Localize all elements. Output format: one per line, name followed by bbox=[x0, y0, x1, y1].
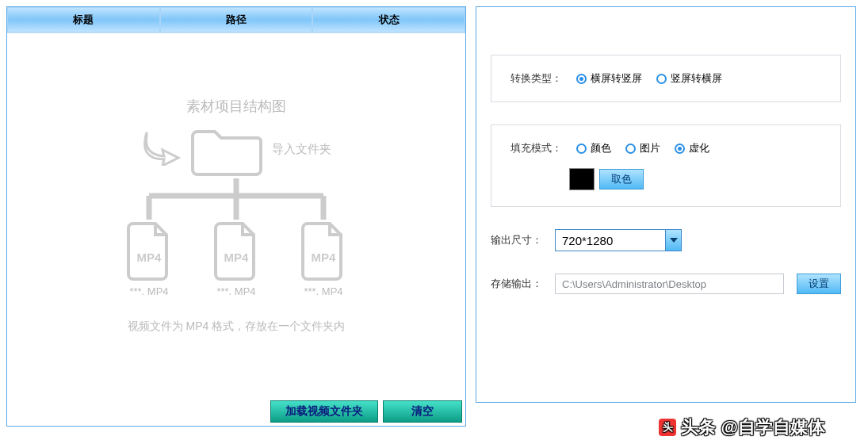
mp4-caption: ***. MP4 bbox=[216, 285, 255, 297]
output-size-row: 输出尺寸： 720*1280 bbox=[491, 229, 841, 251]
output-path-input[interactable] bbox=[555, 274, 784, 294]
mp4-item: MP4 ***. MP4 bbox=[300, 222, 347, 297]
svg-text:MP4: MP4 bbox=[137, 251, 163, 264]
radio-image[interactable]: 图片 bbox=[625, 141, 660, 155]
radio-v2h[interactable]: 竖屏转横屏 bbox=[656, 71, 722, 86]
output-path-row: 存储输出： 设置 bbox=[491, 274, 841, 294]
radio-label: 图片 bbox=[640, 141, 660, 155]
pick-color-button[interactable]: 取色 bbox=[599, 169, 644, 189]
convert-type-label: 转换类型： bbox=[510, 71, 562, 86]
radio-icon bbox=[576, 74, 587, 84]
output-size-label: 输出尺寸： bbox=[491, 233, 542, 247]
folder-icon bbox=[191, 121, 262, 178]
radio-label: 颜色 bbox=[591, 141, 611, 155]
mp4-row: MP4 ***. MP4 MP4 ***. MP4 MP4 ***. MP4 bbox=[125, 222, 347, 297]
watermark: 头 头条 @自学自媒体 bbox=[659, 415, 825, 439]
radio-blur[interactable]: 虚化 bbox=[675, 141, 709, 155]
radio-icon bbox=[675, 144, 685, 154]
radio-label: 竖屏转横屏 bbox=[671, 71, 722, 86]
col-title[interactable]: 标题 bbox=[7, 7, 160, 33]
table-header: 标题 路径 状态 bbox=[7, 7, 465, 33]
radio-icon bbox=[625, 144, 636, 154]
radio-label: 虚化 bbox=[689, 141, 709, 155]
radio-color[interactable]: 颜色 bbox=[576, 141, 611, 155]
svg-text:MP4: MP4 bbox=[224, 251, 250, 264]
mp4-item: MP4 ***. MP4 bbox=[212, 222, 260, 297]
mp4-file-icon: MP4 bbox=[212, 222, 260, 281]
fill-mode-label: 填充模式： bbox=[510, 141, 562, 155]
setting-button[interactable]: 设置 bbox=[797, 274, 841, 294]
tree-connector-icon bbox=[125, 178, 347, 225]
radio-icon bbox=[656, 74, 667, 84]
fill-mode-group: 填充模式： 颜色 图片 虚化 取色 bbox=[491, 124, 841, 207]
structure-diagram: 素材项目结构图 导入文件夹 MP4 ***. MP4 MP4 ***. MP4 … bbox=[7, 33, 465, 397]
output-size-value: 720*1280 bbox=[556, 234, 665, 247]
radio-label: 横屏转竖屏 bbox=[591, 71, 642, 86]
load-folder-button[interactable]: 加载视频文件夹 bbox=[270, 400, 378, 423]
svg-text:MP4: MP4 bbox=[312, 251, 337, 264]
chevron-down-icon[interactable] bbox=[665, 230, 681, 251]
bottom-bar: 加载视频文件夹 清空 bbox=[7, 397, 465, 426]
output-size-select[interactable]: 720*1280 bbox=[555, 229, 682, 251]
convert-type-group: 转换类型： 横屏转竖屏 竖屏转横屏 bbox=[491, 55, 841, 102]
col-path[interactable]: 路径 bbox=[160, 7, 313, 33]
color-swatch[interactable] bbox=[569, 168, 595, 190]
source-panel: 标题 路径 状态 素材项目结构图 导入文件夹 MP4 ***. MP4 MP4 … bbox=[6, 6, 466, 427]
watermark-text: 头条 @自学自媒体 bbox=[681, 415, 825, 439]
output-path-label: 存储输出： bbox=[491, 277, 542, 291]
mp4-item: MP4 ***. MP4 bbox=[125, 222, 173, 297]
diagram-heading: 素材项目结构图 bbox=[186, 97, 286, 116]
radio-h2v[interactable]: 横屏转竖屏 bbox=[576, 71, 642, 86]
mp4-file-icon: MP4 bbox=[300, 222, 347, 281]
mp4-file-icon: MP4 bbox=[125, 222, 173, 281]
mp4-caption: ***. MP4 bbox=[129, 285, 168, 297]
clear-button[interactable]: 清空 bbox=[383, 400, 462, 423]
radio-icon bbox=[576, 144, 587, 154]
import-label: 导入文件夹 bbox=[272, 142, 331, 157]
watermark-logo-icon: 头 bbox=[659, 419, 676, 436]
format-hint: 视频文件为 MP4 格式，存放在一个文件夹内 bbox=[128, 320, 346, 334]
col-status[interactable]: 状态 bbox=[312, 7, 465, 33]
settings-panel: 转换类型： 横屏转竖屏 竖屏转横屏 填充模式： 颜色 图片 bbox=[476, 6, 856, 403]
arrow-icon bbox=[142, 131, 182, 168]
mp4-caption: ***. MP4 bbox=[304, 285, 342, 297]
